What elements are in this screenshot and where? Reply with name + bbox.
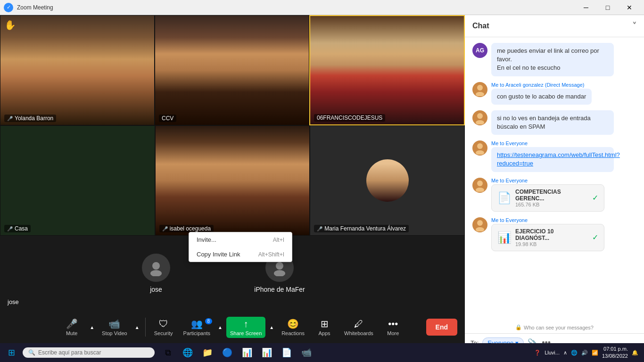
start-button[interactable]: ⊞: [2, 343, 21, 362]
msg-sender-4: Me to Everyone: [491, 140, 636, 146]
participants-count-badge: 8: [205, 318, 213, 324]
security-button[interactable]: 🛡 Security: [149, 317, 178, 338]
participants-caret[interactable]: ▲: [216, 324, 224, 331]
video-cell-casa: 🎤 Casa: [0, 125, 155, 236]
context-menu: Invite... Alt+I Copy Invite Link Alt+Shi…: [189, 232, 292, 262]
chat-message-5: Me to Everyone 📄 COMPETENCIAS GERENC... …: [472, 178, 636, 212]
share-caret[interactable]: ▲: [267, 324, 276, 331]
file-name-xlsx: EJERCICIO 10 DIAGNÓST...: [515, 228, 588, 241]
video-cell-ccv: CCV: [155, 15, 309, 125]
minimize-button[interactable]: ─: [575, 0, 597, 15]
audio-cell-jose-label: jose: [0, 236, 94, 311]
taskbar-app-chrome[interactable]: 🔵: [218, 343, 237, 362]
taskbar: ⊞ 🔍 Escribe aquí para buscar ⧉ 🌐 📁 🔵 📊 📊…: [0, 343, 644, 362]
taskbar-app-folder[interactable]: 📁: [198, 343, 217, 362]
msg-content-4: Me to Everyone https://testeneagrama.com…: [491, 140, 636, 172]
participants-button[interactable]: 👥 Participants 8: [180, 316, 214, 338]
face-yolanda: [0, 16, 154, 125]
taskbar-app-zoom[interactable]: 📹: [297, 343, 316, 362]
mic-muted-icon-casa: 🎤: [7, 226, 13, 231]
help-icon[interactable]: ❓: [534, 350, 541, 356]
svg-point-10: [477, 181, 483, 186]
taskbar-app-word[interactable]: 📄: [277, 343, 296, 362]
chat-message-3: si no lo ves en bandeja de entrada búsca…: [472, 110, 636, 135]
mic-muted-icon-mfva: 🎤: [317, 226, 322, 231]
xlsx-icon: 📊: [497, 231, 512, 244]
whiteboards-button[interactable]: 🖊 Whiteboards: [340, 317, 377, 338]
context-menu-copy-link[interactable]: Copy Invite Link Alt+Shift+I: [189, 247, 292, 262]
taskbar-app-ppt[interactable]: 📊: [257, 343, 276, 362]
video-icon: 📹: [108, 318, 120, 329]
chat-collapse-icon[interactable]: ˅: [632, 21, 636, 31]
stop-video-button[interactable]: 📹 Stop Video: [98, 316, 131, 338]
whiteboards-icon: 🖊: [354, 319, 363, 329]
chat-message-1: AG me puedes enviar el link al correo po…: [472, 43, 636, 76]
mute-button[interactable]: 🎤 Mute: [58, 316, 86, 338]
mic-muted-icon: 🎤: [7, 116, 13, 121]
reactions-icon: 😊: [287, 318, 299, 329]
video-cell-yolanda: ✋ 🎤 Yolanda Barron: [0, 15, 155, 125]
msg-content-3: si no lo ves en bandeja de entrada búsca…: [491, 110, 636, 135]
file-attachment-xlsx[interactable]: 📊 EJERCICIO 10 DIAGNÓST... 19.98 KB ✓: [491, 224, 604, 251]
video-cell-mfva: 🎤 Maria Fernanda Ventura Álvarez: [310, 125, 465, 236]
taskbar-app-edge[interactable]: 🌐: [178, 343, 197, 362]
participant-label-francisco: 06FRANCISCODEJESUS: [314, 114, 385, 122]
who-can-see: 🔒 Who can see your messages?: [465, 321, 644, 333]
more-button[interactable]: ••• More: [379, 317, 407, 338]
wifi-icon[interactable]: 📶: [592, 350, 598, 356]
svg-point-8: [477, 143, 483, 149]
msg-content-2: Me to Araceli gonzalez (Direct Message) …: [491, 82, 636, 105]
iphone-name: iPhone de MaFer: [254, 286, 305, 293]
security-icon: 🛡: [159, 319, 168, 329]
taskbar-expand-icon[interactable]: ∧: [563, 350, 567, 356]
share-screen-button[interactable]: ↑ Share Screen: [226, 317, 265, 338]
msg-content-6: Me to Everyone 📊 EJERCICIO 10 DIAGNÓST..…: [491, 217, 636, 251]
person-avatar-4: [472, 140, 487, 156]
audio-cell-empty: [341, 236, 465, 311]
participant-label-isabel: 🎤 isabel ocegueda: [159, 225, 214, 232]
svg-point-13: [476, 227, 484, 231]
close-button[interactable]: ✕: [619, 0, 640, 15]
apps-button[interactable]: ⊞ Apps: [310, 316, 339, 338]
file-attachment-pdf[interactable]: 📄 COMPETENCIAS GERENC... 165.76 KB ✓: [491, 184, 604, 212]
face-francisco: [310, 16, 464, 124]
msg-bubble-3: si no lo ves en bandeja de entrada búsca…: [491, 110, 614, 135]
taskbar-app-taskview[interactable]: ⧉: [158, 343, 177, 362]
video-caret[interactable]: ▲: [133, 324, 141, 331]
zoom-shield-icon: ✓: [4, 3, 13, 12]
msg-content-1: me puedes enviar el link al correo por f…: [491, 43, 636, 76]
volume-icon[interactable]: 🔊: [581, 350, 588, 356]
msg-bubble-2: con gusto te lo acabo de mandar: [491, 89, 592, 105]
taskbar-app-excel[interactable]: 📊: [238, 343, 256, 362]
context-menu-invite[interactable]: Invite... Alt+I: [189, 232, 292, 247]
participants-icon: 👥: [191, 318, 203, 329]
toolbar: 🎤 Mute ▲ 📹 Stop Video ▲ 🛡 Security 👥 Par…: [0, 311, 465, 343]
search-icon: 🔍: [28, 349, 35, 356]
maximize-button[interactable]: □: [597, 0, 619, 15]
mute-caret[interactable]: ▲: [88, 324, 96, 331]
participant-label-casa: 🎤 Casa: [4, 225, 31, 232]
taskbar-search[interactable]: 🔍 Escribe aquí para buscar: [23, 347, 155, 358]
share-screen-icon: ↑: [244, 319, 248, 329]
notification-icon[interactable]: 🔔: [632, 350, 638, 356]
msg-bubble-link[interactable]: https://testeneagrama.com/web/fullTest.h…: [491, 147, 614, 172]
title-bar: ✓ Zoom Meeting ─ □ ✕: [0, 0, 644, 15]
file-check-pdf: ✓: [592, 193, 598, 202]
mute-icon: 🎤: [66, 318, 78, 329]
end-button[interactable]: End: [426, 319, 457, 336]
weather-label: Lluvi...: [545, 350, 560, 355]
hand-raised-icon: ✋: [4, 19, 16, 31]
reactions-button[interactable]: 😊 Reactions: [278, 316, 308, 338]
windows-logo-icon: ⊞: [8, 347, 15, 358]
mic-muted-icon-isabel: 🎤: [162, 226, 168, 231]
chat-panel: Chat ˅ AG me puedes enviar el link al co…: [465, 15, 644, 362]
chat-message-6: Me to Everyone 📊 EJERCICIO 10 DIAGNÓST..…: [472, 217, 636, 251]
file-check-xlsx: ✓: [592, 233, 598, 242]
svg-point-1: [150, 270, 162, 276]
svg-point-12: [477, 220, 483, 226]
taskbar-date: 13/08/2022: [602, 353, 628, 360]
svg-point-9: [476, 150, 484, 155]
svg-point-2: [276, 262, 283, 270]
msg-sender-2: Me to Araceli gonzalez (Direct Message): [491, 82, 636, 88]
person-avatar-2: [472, 82, 487, 97]
